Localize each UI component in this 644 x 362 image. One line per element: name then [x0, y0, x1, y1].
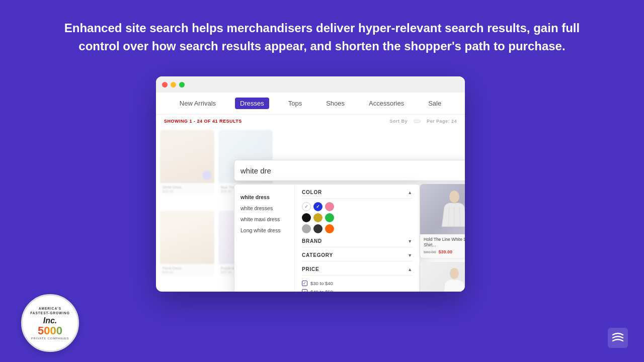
category-filter-section: CATEGORY ▼: [302, 252, 413, 261]
swatch-orange[interactable]: [325, 224, 334, 233]
search-dropdown-panel: white dress white dresses white maxi dre…: [234, 184, 420, 292]
filters-column: COLOR ▲: [295, 185, 420, 292]
results-count: SHOWING 1 - 24 OF 41 RESULTS: [164, 119, 242, 124]
popup-product-1-img: [420, 184, 465, 234]
popup-product-1-price-original: $60.00: [424, 250, 436, 254]
nav-item-dresses[interactable]: Dresses: [235, 98, 269, 109]
popup-product-1-price-sale: $39.00: [438, 249, 452, 254]
price-chevron-icon: ▲: [408, 267, 413, 272]
suggestion-white-maxi[interactable]: white maxi dress: [240, 214, 288, 225]
popup-product-1-name: Hold The Line White Striped T-Shirt...: [424, 237, 465, 248]
results-area: SHOWING 1 - 24 OF 41 RESULTS Sort By Per…: [156, 115, 465, 126]
svg-point-5: [450, 268, 459, 279]
window-close-dot[interactable]: [162, 82, 168, 87]
sort-label: Sort By: [389, 119, 408, 124]
product-1-figure-svg: [439, 189, 465, 229]
price-range-1[interactable]: ✓ $30 to $40: [302, 279, 413, 288]
browser-titlebar: [156, 76, 465, 93]
search-popup-container: 🔍 white dress white dresses white maxi d…: [234, 160, 465, 181]
swatch-dark[interactable]: [313, 224, 323, 233]
search-bar: 🔍: [234, 160, 465, 181]
bg-product-3: Floral Dress $45.00: [160, 211, 214, 276]
swatch-pink[interactable]: [325, 202, 334, 211]
color-swatches-row2: [302, 213, 413, 222]
popup-product-3-img: [420, 262, 465, 292]
nav-item-new-arrivals[interactable]: New Arrivals: [175, 98, 221, 109]
inc-bottom-text: PRIVATE COMPANIES: [26, 336, 74, 340]
swatch-green[interactable]: [325, 213, 334, 222]
site-nav: New Arrivals Dresses Tops Shoes Accessor…: [156, 93, 465, 115]
suggestion-white-dress[interactable]: white dress: [240, 192, 288, 203]
browser-window: New Arrivals Dresses Tops Shoes Accessor…: [156, 76, 465, 292]
window-maximize-dot[interactable]: [179, 82, 185, 87]
swatch-blue[interactable]: [313, 202, 323, 211]
color-swatches: [302, 202, 413, 211]
suggestion-white-dresses[interactable]: white dresses: [240, 203, 288, 214]
nav-item-sale[interactable]: Sale: [423, 98, 446, 109]
sort-value[interactable]: [414, 120, 421, 123]
bg-product-1-badge: [202, 171, 211, 180]
popup-product-3[interactable]: White Sundress $55.00 $35.00: [420, 262, 465, 292]
nav-item-tops[interactable]: Tops: [283, 98, 307, 109]
swatch-gold[interactable]: [313, 213, 323, 222]
price-checkbox-1[interactable]: ✓: [302, 281, 307, 286]
price-filter-header[interactable]: PRICE ▲: [302, 266, 413, 276]
search-input[interactable]: [234, 166, 465, 175]
inc-circle: AMERICA'S FASTEST-GROWING Inc. 5000 PRIV…: [21, 294, 79, 352]
brand-chevron-icon: ▼: [408, 239, 413, 244]
svg-point-0: [449, 191, 459, 203]
inc-5000-number: 5000: [38, 325, 62, 336]
category-chevron-icon: ▼: [408, 253, 413, 258]
bg-product-1-info: White Dress $32.45: [160, 183, 214, 195]
popup-product-1-price: $60.00 $39.00: [424, 249, 465, 254]
swatch-black[interactable]: [302, 213, 311, 222]
category-filter-header[interactable]: CATEGORY ▼: [302, 252, 413, 261]
color-filter-header[interactable]: COLOR ▲: [302, 190, 413, 199]
sift-logo: [608, 328, 628, 348]
swatch-white[interactable]: [302, 202, 311, 211]
popup-products-grid: Hold The Line White Striped T-Shirt... $…: [420, 184, 465, 292]
bg-product-1-img: [160, 130, 214, 183]
headline-text: Enhanced site search helps merchandisers…: [50, 19, 594, 55]
price-range-2[interactable]: ✓ $40 to $50: [302, 288, 413, 292]
price-filter-section: PRICE ▲ ✓ $30 to $40 ✓ $40 to $50: [302, 266, 413, 292]
svg-rect-7: [608, 328, 628, 348]
color-chevron-icon: ▲: [408, 190, 413, 195]
sift-icon-svg: [608, 328, 628, 348]
products-section: White Dress $32.45 Blue Top $28.00: [156, 126, 465, 292]
popup-product-1[interactable]: Hold The Line White Striped T-Shirt... $…: [420, 184, 465, 258]
popup-products: Hold The Line White Striped T-Shirt... $…: [420, 184, 465, 292]
product-3-figure-svg: [441, 267, 465, 292]
color-swatches-row3: [302, 224, 413, 233]
nav-item-shoes[interactable]: Shoes: [321, 98, 350, 109]
window-minimize-dot[interactable]: [171, 82, 176, 87]
color-filter-section: COLOR ▲: [302, 190, 413, 233]
inc-5000-badge: AMERICA'S FASTEST-GROWING Inc. 5000 PRIV…: [21, 294, 79, 352]
brand-filter-header[interactable]: BRAND ▼: [302, 238, 413, 247]
bg-product-3-img: [160, 211, 214, 264]
popup-product-1-info: Hold The Line White Striped T-Shirt... $…: [420, 234, 465, 258]
suggestions-column: white dress white dresses white maxi dre…: [234, 185, 295, 292]
per-page-label: Per Page: 24: [427, 119, 457, 124]
inc-top-text: AMERICA'S FASTEST-GROWING: [23, 306, 77, 315]
swatch-gray[interactable]: [302, 224, 311, 233]
price-checkbox-2[interactable]: ✓: [302, 289, 307, 292]
suggestion-long-white[interactable]: Long white dress: [240, 225, 288, 236]
nav-item-accessories[interactable]: Accessories: [364, 98, 409, 109]
browser-content: New Arrivals Dresses Tops Shoes Accessor…: [156, 93, 465, 292]
bg-product-1: White Dress $32.45: [160, 130, 214, 195]
brand-filter-section: BRAND ▼: [302, 238, 413, 247]
bg-product-3-info: Floral Dress $45.00: [160, 264, 214, 276]
headline-section: Enhanced site search helps merchandisers…: [0, 0, 644, 66]
